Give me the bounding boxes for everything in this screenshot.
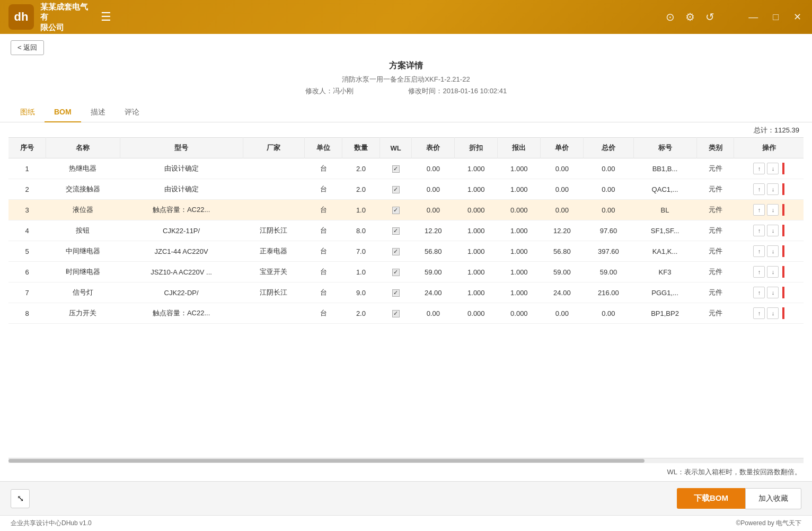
delete-bar[interactable] bbox=[782, 225, 784, 236]
move-down-button[interactable]: ↓ bbox=[767, 287, 779, 298]
table-cell[interactable]: ✓ bbox=[379, 262, 411, 282]
col-unit-price: 单价 bbox=[541, 138, 584, 158]
scroll-bar[interactable] bbox=[8, 458, 804, 463]
back-button[interactable]: < 返回 bbox=[11, 40, 44, 55]
tab-bom[interactable]: BOM bbox=[45, 103, 81, 122]
download-bom-button[interactable]: 下载BOM bbox=[677, 488, 745, 509]
table-cell[interactable]: ↑↓ bbox=[734, 179, 804, 200]
table-cell: 2.0 bbox=[342, 158, 379, 179]
modifier: 修改人：冯小刚 bbox=[305, 87, 354, 95]
titlebar: dh 某某成套电气有限公司 ☰ ⊙ ⚙ ↺ — □ ✕ bbox=[0, 0, 812, 34]
delete-bar[interactable] bbox=[782, 204, 784, 216]
action-cell: ↑↓ bbox=[737, 163, 800, 174]
table-cell: 1.000 bbox=[498, 179, 541, 200]
move-up-button[interactable]: ↑ bbox=[753, 163, 765, 174]
move-up-button[interactable]: ↑ bbox=[753, 204, 765, 216]
move-up-button[interactable]: ↑ bbox=[753, 183, 765, 195]
wl-checkbox[interactable]: ✓ bbox=[392, 207, 400, 214]
table-cell: 0.00 bbox=[584, 179, 633, 200]
table-cell[interactable]: ↑↓ bbox=[734, 158, 804, 179]
table-cell: 元件 bbox=[696, 200, 734, 220]
delete-bar[interactable] bbox=[782, 287, 784, 298]
table-cell: 1.000 bbox=[455, 241, 498, 262]
table-cell[interactable]: ↑↓ bbox=[734, 282, 804, 303]
move-down-button[interactable]: ↓ bbox=[767, 307, 779, 319]
move-down-button[interactable]: ↓ bbox=[767, 163, 779, 174]
move-up-button[interactable]: ↑ bbox=[753, 225, 765, 236]
wl-checkbox[interactable]: ✓ bbox=[392, 248, 400, 255]
wl-note: WL：表示加入箱柜时，数量按回路数翻倍。 bbox=[0, 463, 812, 481]
table-cell: 1.0 bbox=[342, 262, 379, 282]
settings-icon[interactable]: ⚙ bbox=[685, 11, 695, 23]
tab-drawings[interactable]: 图纸 bbox=[11, 103, 45, 122]
table-cell: 8 bbox=[8, 303, 46, 324]
wl-checkbox[interactable]: ✓ bbox=[392, 165, 400, 173]
table-cell: 交流接触器 bbox=[46, 179, 120, 200]
table-cell[interactable]: ↑↓ bbox=[734, 303, 804, 324]
move-up-button[interactable]: ↑ bbox=[753, 245, 765, 257]
table-cell[interactable]: ✓ bbox=[379, 282, 411, 303]
table-cell: 8.0 bbox=[342, 220, 379, 241]
tab-comments[interactable]: 评论 bbox=[115, 103, 149, 122]
tab-description[interactable]: 描述 bbox=[81, 103, 115, 122]
table-cell: 台 bbox=[305, 220, 342, 241]
table-cell[interactable]: ✓ bbox=[379, 303, 411, 324]
refresh-icon[interactable]: ↺ bbox=[705, 11, 714, 23]
table-cell[interactable]: ↑↓ bbox=[734, 220, 804, 241]
main-content: < 返回 方案详情 消防水泵一用一备全压启动XKF-1-2.21-22 修改人：… bbox=[0, 34, 812, 531]
table-cell[interactable]: ↑↓ bbox=[734, 200, 804, 220]
move-up-button[interactable]: ↑ bbox=[753, 287, 765, 298]
maximize-button[interactable]: □ bbox=[771, 12, 781, 23]
table-cell[interactable]: ✓ bbox=[379, 179, 411, 200]
move-down-button[interactable]: ↓ bbox=[767, 225, 779, 236]
delete-bar[interactable] bbox=[782, 245, 784, 257]
minimize-button[interactable]: — bbox=[746, 12, 760, 23]
menu-icon[interactable]: ☰ bbox=[101, 10, 111, 24]
delete-bar[interactable] bbox=[782, 183, 784, 195]
table-cell[interactable]: ✓ bbox=[379, 241, 411, 262]
move-down-button[interactable]: ↓ bbox=[767, 266, 779, 278]
table-cell: 台 bbox=[305, 179, 342, 200]
table-cell[interactable]: ✓ bbox=[379, 220, 411, 241]
table-cell[interactable]: ✓ bbox=[379, 200, 411, 220]
action-cell: ↑↓ bbox=[737, 245, 800, 257]
table-cell: 7.0 bbox=[342, 241, 379, 262]
table-cell: 元件 bbox=[696, 303, 734, 324]
delete-bar[interactable] bbox=[782, 307, 784, 319]
table-cell[interactable]: ↑↓ bbox=[734, 262, 804, 282]
action-cell: ↑↓ bbox=[737, 183, 800, 195]
collect-button[interactable]: 加入收藏 bbox=[745, 488, 801, 509]
delete-bar[interactable] bbox=[782, 163, 784, 174]
move-down-button[interactable]: ↓ bbox=[767, 204, 779, 216]
table-cell: 24.00 bbox=[541, 282, 584, 303]
wl-checkbox[interactable]: ✓ bbox=[392, 289, 400, 297]
table-cell: 台 bbox=[305, 262, 342, 282]
table-cell: 6 bbox=[8, 262, 46, 282]
wl-checkbox[interactable]: ✓ bbox=[392, 269, 400, 276]
expand-button[interactable]: ⤡ bbox=[11, 489, 30, 508]
table-cell: 0.00 bbox=[584, 303, 633, 324]
table-cell: 0.00 bbox=[584, 200, 633, 220]
close-button[interactable]: ✕ bbox=[791, 11, 804, 23]
move-up-button[interactable]: ↑ bbox=[753, 307, 765, 319]
delete-bar[interactable] bbox=[782, 266, 784, 278]
move-down-button[interactable]: ↓ bbox=[767, 245, 779, 257]
wl-checkbox[interactable]: ✓ bbox=[392, 186, 400, 193]
move-up-button[interactable]: ↑ bbox=[753, 266, 765, 278]
wl-checkbox[interactable]: ✓ bbox=[392, 227, 400, 235]
table-cell: 0.00 bbox=[584, 158, 633, 179]
download-icon[interactable]: ⊙ bbox=[666, 11, 675, 23]
table-cell: 0.00 bbox=[412, 179, 455, 200]
table-cell[interactable]: ✓ bbox=[379, 158, 411, 179]
table-cell: 正泰电器 bbox=[243, 241, 304, 262]
action-cell: ↑↓ bbox=[737, 225, 800, 236]
table-cell: 24.00 bbox=[412, 282, 455, 303]
col-action: 操作 bbox=[734, 138, 804, 158]
move-down-button[interactable]: ↓ bbox=[767, 183, 779, 195]
table-cell: 1.0 bbox=[342, 200, 379, 220]
table-cell: 0.000 bbox=[498, 200, 541, 220]
table-cell: 时间继电器 bbox=[46, 262, 120, 282]
table-cell[interactable]: ↑↓ bbox=[734, 241, 804, 262]
wl-checkbox[interactable]: ✓ bbox=[392, 310, 400, 317]
col-category: 类别 bbox=[696, 138, 734, 158]
